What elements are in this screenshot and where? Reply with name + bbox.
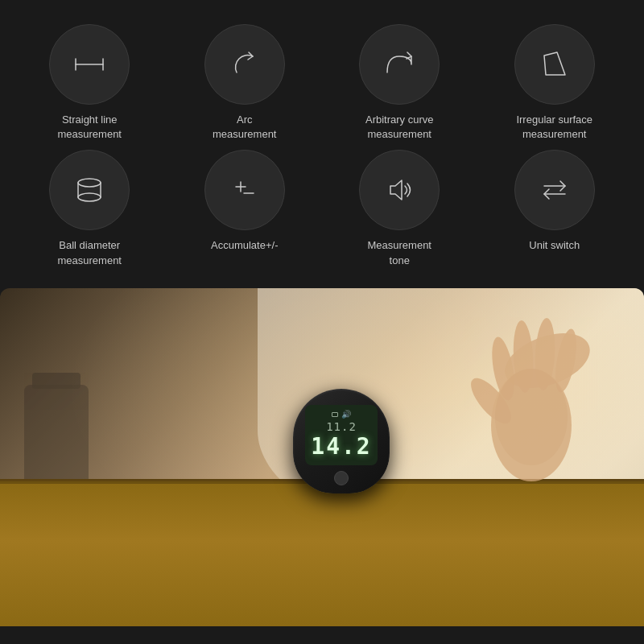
svg-point-4 xyxy=(78,179,101,187)
bottom-photo-section: 🔊 11.2 14.2 xyxy=(0,288,644,626)
device-button xyxy=(334,471,349,485)
feature-measurement-tone: Measurementtone xyxy=(326,150,473,267)
feature-label-accumulate: Accumulate+/- xyxy=(211,238,278,253)
feature-irregular-surface: Irregular surfacemeasurement xyxy=(481,24,629,142)
accumulate-icon xyxy=(225,170,265,210)
feature-straight-line: Straight linemeasurement xyxy=(16,24,163,142)
device-container: 🔊 11.2 14.2 xyxy=(293,389,390,502)
feature-arc: Arcmeasurement xyxy=(171,24,319,142)
feature-unit-switch: Unit switch xyxy=(481,150,629,267)
svg-point-19 xyxy=(495,369,568,465)
arc-icon xyxy=(225,44,265,85)
feature-label-unit-switch: Unit switch xyxy=(529,238,580,253)
device-body: 🔊 11.2 14.2 xyxy=(293,389,390,493)
icon-circle-irregular-surface xyxy=(514,24,595,105)
feature-ball-diameter: Ball diametermeasurement xyxy=(16,150,163,267)
feature-label-irregular-surface: Irregular surfacemeasurement xyxy=(516,113,592,142)
app-container: Straight linemeasurement Arcmeasurement xyxy=(0,0,644,626)
feature-label-straight-line: Straight linemeasurement xyxy=(58,113,122,142)
arbitrary-curve-icon xyxy=(379,44,419,85)
icon-circle-arc xyxy=(204,24,285,105)
screen-small-number: 11.2 xyxy=(326,420,357,433)
icon-circle-ball-diameter xyxy=(49,150,130,230)
svg-marker-3 xyxy=(544,52,565,75)
svg-point-7 xyxy=(78,193,101,201)
screen-sound-icon: 🔊 xyxy=(341,410,351,419)
feature-label-arc: Arcmeasurement xyxy=(213,113,276,142)
screen-big-number: 14.2 xyxy=(311,433,371,460)
top-section: Straight linemeasurement Arcmeasurement xyxy=(0,0,644,284)
feature-accumulate: Accumulate+/- xyxy=(171,150,319,267)
features-grid: Straight linemeasurement Arcmeasurement xyxy=(16,24,628,268)
svg-marker-11 xyxy=(390,180,402,200)
feature-label-ball-diameter: Ball diametermeasurement xyxy=(58,238,122,267)
irregular-surface-icon xyxy=(535,44,575,85)
screen-indicator xyxy=(332,412,338,417)
feature-label-measurement-tone: Measurementtone xyxy=(368,238,431,267)
icon-circle-unit-switch xyxy=(514,150,595,230)
straight-line-icon xyxy=(69,44,109,85)
icon-circle-accumulate xyxy=(204,150,285,230)
measurement-tone-icon xyxy=(379,170,419,210)
ball-diameter-icon xyxy=(69,170,109,210)
icon-circle-measurement-tone xyxy=(359,150,440,230)
feature-label-arbitrary-curve: Arbitrary curvemeasurement xyxy=(365,113,434,142)
icon-circle-arbitrary-curve xyxy=(359,24,440,105)
hand-svg xyxy=(443,296,620,538)
screen-top-row: 🔊 xyxy=(332,410,351,419)
feature-arbitrary-curve: Arbitrary curvemeasurement xyxy=(326,24,473,142)
device-screen: 🔊 11.2 14.2 xyxy=(305,405,378,465)
unit-switch-icon xyxy=(535,170,575,210)
photo-placeholder: 🔊 11.2 14.2 xyxy=(0,288,644,626)
icon-circle-straight-line xyxy=(49,24,130,105)
